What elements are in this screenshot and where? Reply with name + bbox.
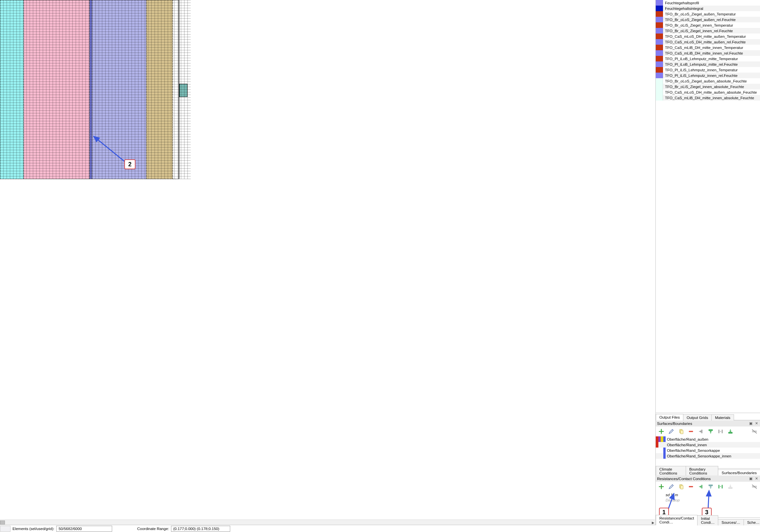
resistances-float-icon[interactable]: ▣ (748, 476, 753, 481)
region-pink[interactable] (24, 0, 89, 179)
output-swatch (656, 50, 663, 56)
surfaces-copy-button[interactable] (678, 428, 685, 435)
resistances-assign-top-button[interactable] (707, 483, 714, 490)
resistance-row[interactable]: sd 11m (656, 492, 760, 498)
annotation-2: 2 (124, 159, 135, 169)
tab-sources[interactable]: Sources/… (718, 519, 744, 525)
tab-resistances-contact[interactable]: Resistances/Contact Condi… (656, 515, 697, 525)
surface-swatches (656, 453, 666, 459)
tab-schedules[interactable]: Sche… (743, 519, 760, 525)
output-label: TFO_Br_oLoS_Ziegel_außen_absolute_Feucht… (665, 79, 747, 83)
output-swatch (656, 84, 663, 89)
surface-row[interactable]: Oberfläche/Rand_Sensorkappe_innen (656, 453, 760, 459)
statusbar-coord-label: Coordinate Range: (135, 527, 171, 531)
resistances-close-icon[interactable]: ✕ (754, 476, 759, 481)
surfaces-delete-button[interactable] (687, 428, 694, 435)
output-row[interactable]: TFO_Pl_iLiS_Lehmputz_innen_Temperatur (656, 67, 760, 72)
surfaces-assign-leftright-button[interactable] (717, 428, 724, 435)
surfaces-assign-top-button[interactable] (707, 428, 714, 435)
canvas-hscrollbar[interactable]: ▶ (0, 519, 655, 525)
surfaces-header-title: Surfaces/Boundaries (657, 421, 692, 425)
resistances-add-button[interactable] (658, 483, 665, 490)
output-row[interactable]: Feuchtegehaltsintegral (656, 6, 760, 11)
model-canvas-wrap: 2 ▶ (0, 0, 655, 525)
output-swatch (656, 6, 663, 11)
hscroll-right-arrow[interactable]: ▶ (650, 520, 655, 525)
side-panels: FeuchtegehaltsprofilFeuchtegehaltsintegr… (655, 0, 760, 525)
output-row[interactable]: TFO_CaS_mLoS_DH_mitte_außen_Temperatur (656, 33, 760, 39)
surface-row[interactable]: Oberfläche/Rand_innen (656, 442, 760, 448)
output-row[interactable]: Feuchtegehaltsprofil (656, 0, 760, 6)
tab-output-files[interactable]: Output Files (656, 414, 684, 421)
surfaces-tabs: Climate Conditions Boundary Conditions S… (656, 468, 760, 475)
output-row[interactable]: TFO_Pl_iLoB_Lehmputz_mitte_rel.Feuchte (656, 62, 760, 67)
outputs-list[interactable]: FeuchtegehaltsprofilFeuchtegehaltsintegr… (656, 0, 760, 413)
output-label: TFO_Pl_iLiS_Lehmputz_innen_rel.Feuchte (665, 73, 737, 77)
region-white[interactable] (173, 0, 179, 179)
output-row[interactable]: TFO_CaS_mLiB_DH_mitte_innen_Temperatur (656, 45, 760, 50)
output-row[interactable]: TFO_Br_oLiS_Ziegel_innen_rel.Feuchte (656, 28, 760, 33)
resistances-highlight-button[interactable] (751, 483, 758, 490)
surface-swatches (656, 436, 666, 442)
surface-label: Oberfläche/Rand_außen (667, 437, 708, 441)
surfaces-float-icon[interactable]: ▣ (748, 421, 753, 426)
tab-materials[interactable]: Materials (711, 414, 734, 421)
svg-rect-4 (701, 430, 702, 433)
region-darkblue[interactable] (89, 0, 92, 179)
hscroll-thumb[interactable] (0, 520, 5, 524)
output-row[interactable]: TFO_Br_oLoS_Ziegel_außen_Temperatur (656, 11, 760, 17)
surfaces-highlight-button[interactable] (751, 428, 758, 435)
surfaces-assign-bottom-button[interactable] (727, 428, 734, 435)
resistances-header-title: Resistances/Contact Conditions (657, 477, 711, 481)
surfaces-close-icon[interactable]: ✕ (754, 421, 759, 426)
surface-label: Oberfläche/Rand_innen (667, 443, 707, 447)
tab-boundary-conditions[interactable]: Boundary Conditions (686, 466, 718, 476)
output-row[interactable]: TFO_Br_oLoS_Ziegel_außen_absolute_Feucht… (656, 78, 760, 84)
resistances-edit-button[interactable] (668, 483, 675, 490)
output-label: TFO_Pl_iLoB_Lehmputz_mitte_Temperatur (665, 57, 738, 61)
output-row[interactable]: TFO_CaS_mLoS_DH_mitte_außen_rel.Feuchte (656, 39, 760, 45)
statusbar-coord-value: (0.177;0.000) (0.178;0.150) (171, 526, 230, 532)
surfaces-edit-button[interactable] (668, 428, 675, 435)
region-tan[interactable] (146, 0, 173, 179)
tab-surfaces-boundaries[interactable]: Surfaces/Boundaries (718, 469, 760, 476)
resistances-copy-button[interactable] (678, 483, 685, 490)
output-swatch (656, 56, 663, 62)
surfaces-assign-right-button[interactable] (697, 428, 704, 435)
output-row[interactable]: TFO_CaS_mLoS_DH_mitte_außen_absolute_Feu… (656, 89, 760, 95)
svg-rect-14 (709, 485, 713, 486)
svg-rect-15 (719, 485, 720, 489)
svg-rect-12 (689, 486, 693, 487)
output-row[interactable]: TFO_Br_oLiS_Ziegel_innen_Temperatur (656, 22, 760, 28)
surface-swatches (656, 448, 666, 453)
svg-rect-17 (729, 487, 733, 489)
resistances-assign-leftright-button[interactable] (717, 483, 724, 490)
region-cyan[interactable] (0, 0, 24, 179)
surfaces-list[interactable]: Oberfläche/Rand_außenOberfläche/Rand_inn… (656, 436, 760, 468)
output-label: TFO_Br_oLiS_Ziegel_innen_absolute_Feucht… (665, 85, 744, 89)
resistance-row[interactable]: Dasatop (656, 498, 760, 503)
region-lavender[interactable] (92, 0, 146, 179)
output-row[interactable]: TFO_Br_oLoS_Ziegel_außen_rel.Feuchte (656, 17, 760, 22)
surfaces-add-button[interactable] (658, 428, 665, 435)
surface-row[interactable]: Oberfläche/Rand_Sensorkappe (656, 448, 760, 453)
tab-initial-conditions[interactable]: Initial Condi… (697, 515, 718, 525)
svg-rect-5 (709, 429, 713, 431)
output-row[interactable]: TFO_CaS_mLiB_DH_mitte_innen_rel.Feuchte (656, 50, 760, 56)
resistances-assign-right-button[interactable] (697, 483, 704, 490)
tab-output-grids[interactable]: Output Grids (683, 414, 712, 421)
surface-row[interactable]: Oberfläche/Rand_außen (656, 436, 760, 442)
resistances-delete-button[interactable] (687, 483, 694, 490)
output-row[interactable]: TFO_Br_oLiS_Ziegel_innen_absolute_Feucht… (656, 84, 760, 89)
output-row[interactable]: TFO_Pl_iLoB_Lehmputz_mitte_Temperatur (656, 56, 760, 62)
tab-climate-conditions[interactable]: Climate Conditions (656, 466, 686, 476)
sensor-block[interactable] (179, 84, 187, 97)
output-label: TFO_CaS_mLoS_DH_mitte_außen_Temperatur (665, 34, 746, 38)
output-swatch (656, 89, 663, 95)
model-canvas[interactable]: 2 (0, 0, 655, 525)
statusbar-elements-value: 50/5682/6000 (56, 526, 112, 532)
output-row[interactable]: TFO_Pl_iLiS_Lehmputz_innen_rel.Feuchte (656, 72, 760, 78)
output-label: TFO_Br_oLiS_Ziegel_innen_rel.Feuchte (665, 29, 733, 33)
resistances-assign-bottom-button[interactable] (727, 483, 734, 490)
output-row[interactable]: TFO_CaS_mLiB_DH_mitte_innen_absolute_Feu… (656, 95, 760, 101)
